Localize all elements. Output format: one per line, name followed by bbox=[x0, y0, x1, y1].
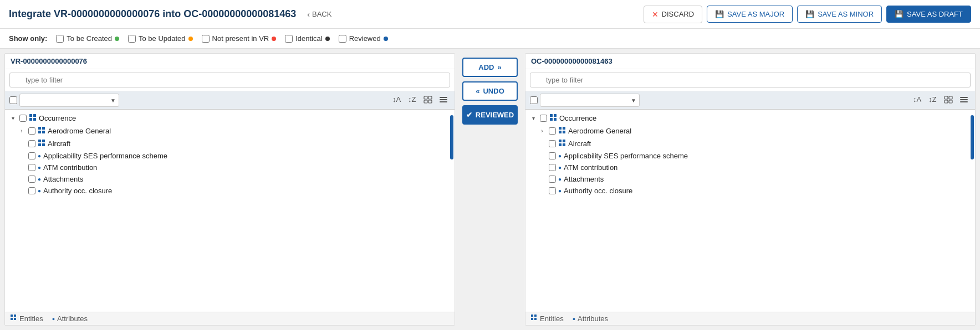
left-tree-atm[interactable]: ● ATM contribution bbox=[5, 162, 455, 173]
filter-not-present[interactable]: Not present in VR bbox=[202, 34, 277, 43]
right-aircraft-checkbox[interactable] bbox=[549, 140, 556, 147]
filter-not-present-checkbox[interactable] bbox=[202, 35, 210, 43]
back-button[interactable]: ‹ BACK bbox=[307, 10, 331, 19]
left-sort-az-button[interactable]: ↕A bbox=[390, 94, 404, 107]
right-occurrence-grid-icon bbox=[549, 114, 557, 123]
right-list-icon bbox=[959, 95, 968, 106]
right-applicability-circle-icon: ● bbox=[558, 153, 562, 159]
add-button[interactable]: ADD » bbox=[462, 58, 518, 77]
left-attachments-circle-icon: ● bbox=[38, 176, 41, 182]
right-tree-applicability[interactable]: ● Applicability SES performance scheme bbox=[525, 150, 975, 162]
left-tree-occurrence[interactable]: ▾ Occurrence bbox=[5, 112, 455, 125]
svg-rect-27 bbox=[945, 96, 948, 99]
svg-rect-28 bbox=[949, 96, 952, 99]
save-minor-button[interactable]: 💾 SAVE AS MINOR bbox=[797, 6, 882, 23]
svg-rect-17 bbox=[38, 140, 41, 142]
reviewed-button[interactable]: ✔ REVIEWED bbox=[462, 105, 518, 125]
svg-rect-29 bbox=[945, 100, 948, 103]
reviewed-check-icon: ✔ bbox=[466, 111, 472, 119]
left-filter-select-wrapper: ▼ bbox=[19, 94, 119, 107]
left-filter-select[interactable] bbox=[19, 94, 119, 107]
left-occurrence-checkbox[interactable] bbox=[19, 115, 27, 122]
left-tree-authority[interactable]: ● Authority occ. closure bbox=[5, 185, 455, 197]
left-group-button[interactable] bbox=[421, 94, 435, 107]
svg-rect-11 bbox=[29, 118, 32, 121]
right-select-all-checkbox[interactable] bbox=[530, 96, 538, 104]
left-list-button[interactable] bbox=[437, 94, 450, 107]
left-tree-aircraft[interactable]: › Aircraft bbox=[5, 137, 455, 150]
left-scrollbar[interactable] bbox=[450, 115, 453, 159]
right-atm-checkbox[interactable] bbox=[549, 164, 556, 171]
right-aerodrome-toggle-icon[interactable]: › bbox=[538, 127, 547, 136]
left-applicability-checkbox[interactable] bbox=[28, 152, 35, 159]
svg-rect-41 bbox=[563, 131, 565, 133]
left-search-input[interactable] bbox=[9, 73, 450, 87]
left-aerodrome-toggle-icon[interactable]: › bbox=[17, 127, 26, 136]
right-filter-select[interactable] bbox=[540, 94, 640, 107]
undo-button[interactable]: « UNDO bbox=[462, 81, 518, 101]
left-attachments-checkbox[interactable] bbox=[28, 176, 35, 183]
left-applicability-circle-icon: ● bbox=[38, 153, 41, 159]
right-aerodrome-checkbox[interactable] bbox=[549, 127, 556, 135]
svg-rect-22 bbox=[14, 314, 16, 317]
filter-to-be-updated-checkbox[interactable] bbox=[128, 35, 136, 43]
left-occurrence-toggle-icon[interactable]: ▾ bbox=[8, 114, 17, 123]
left-search-wrapper: 🔍 bbox=[9, 73, 450, 87]
svg-text:↕A: ↕A bbox=[913, 95, 922, 104]
right-scrollbar[interactable] bbox=[971, 115, 974, 159]
right-sort-za-button[interactable]: ↕Z bbox=[926, 94, 940, 107]
svg-rect-39 bbox=[563, 127, 565, 130]
left-aircraft-checkbox[interactable] bbox=[28, 140, 35, 147]
left-sort-za-button[interactable]: ↕Z bbox=[406, 94, 419, 107]
right-entities-label: Entities bbox=[540, 314, 564, 323]
discard-x-icon: ✕ bbox=[652, 10, 659, 19]
left-tree-attachments[interactable]: ● Attachments bbox=[5, 173, 455, 185]
right-tree-aerodrome[interactable]: › Aerodrome General bbox=[525, 125, 975, 137]
filter-reviewed[interactable]: Reviewed bbox=[339, 34, 388, 43]
right-applicability-checkbox[interactable] bbox=[549, 152, 556, 159]
right-group-button[interactable] bbox=[942, 94, 955, 107]
svg-rect-37 bbox=[554, 118, 557, 121]
discard-button[interactable]: ✕ DISCARD bbox=[644, 6, 703, 23]
filter-to-be-created-label: To be Created bbox=[67, 34, 112, 43]
svg-rect-21 bbox=[11, 314, 13, 317]
svg-rect-34 bbox=[550, 114, 553, 117]
right-search-input[interactable] bbox=[530, 73, 971, 87]
right-list-button[interactable] bbox=[957, 94, 971, 107]
discard-label: DISCARD bbox=[662, 10, 695, 18]
right-applicability-label: Applicability SES performance scheme bbox=[564, 152, 688, 160]
filter-identical[interactable]: Identical bbox=[285, 34, 329, 43]
save-major-button[interactable]: 💾 SAVE AS MAJOR bbox=[707, 6, 793, 23]
right-attachments-checkbox[interactable] bbox=[549, 176, 556, 183]
left-aerodrome-checkbox[interactable] bbox=[28, 127, 35, 135]
filter-to-be-created-checkbox[interactable] bbox=[56, 35, 64, 43]
filter-identical-checkbox[interactable] bbox=[285, 35, 293, 43]
left-authority-checkbox[interactable] bbox=[28, 187, 35, 194]
right-tree-occurrence[interactable]: ▾ Occurrence bbox=[525, 112, 975, 125]
left-tree-applicability[interactable]: ● Applicability SES performance scheme bbox=[5, 150, 455, 162]
left-list-icon bbox=[439, 95, 448, 106]
left-atm-checkbox[interactable] bbox=[28, 164, 35, 171]
right-sort-az-button[interactable]: ↕A bbox=[911, 94, 924, 107]
right-occurrence-toggle-icon[interactable]: ▾ bbox=[529, 114, 538, 123]
right-tree-attachments[interactable]: ● Attachments bbox=[525, 173, 975, 185]
save-draft-button[interactable]: 💾 SAVE AS DRAFT bbox=[886, 6, 971, 23]
right-tree-aircraft[interactable]: › Aircraft bbox=[525, 137, 975, 150]
left-occurrence-label: Occurrence bbox=[39, 114, 76, 122]
add-arrows-icon: » bbox=[497, 63, 501, 71]
right-authority-checkbox[interactable] bbox=[549, 187, 556, 194]
filter-to-be-updated[interactable]: To be Updated bbox=[128, 34, 193, 43]
right-tree-atm[interactable]: ● ATM contribution bbox=[525, 162, 975, 173]
left-tree-aerodrome[interactable]: › Aerodrome General bbox=[5, 125, 455, 137]
middle-panel: ADD » « UNDO ✔ REVIEWED bbox=[460, 53, 520, 326]
left-footer-entities: Entities bbox=[11, 314, 43, 323]
filter-to-be-created[interactable]: To be Created bbox=[56, 34, 119, 43]
filter-reviewed-checkbox[interactable] bbox=[339, 35, 346, 43]
left-select-all-checkbox[interactable] bbox=[9, 96, 17, 104]
show-only-label: Show only: bbox=[9, 34, 47, 43]
right-occurrence-label: Occurrence bbox=[559, 114, 596, 122]
left-search-bar: 🔍 bbox=[5, 69, 455, 91]
right-tree-authority[interactable]: ● Authority occ. closure bbox=[525, 185, 975, 197]
right-occurrence-checkbox[interactable] bbox=[540, 115, 547, 122]
left-entities-grid-icon bbox=[11, 314, 17, 323]
